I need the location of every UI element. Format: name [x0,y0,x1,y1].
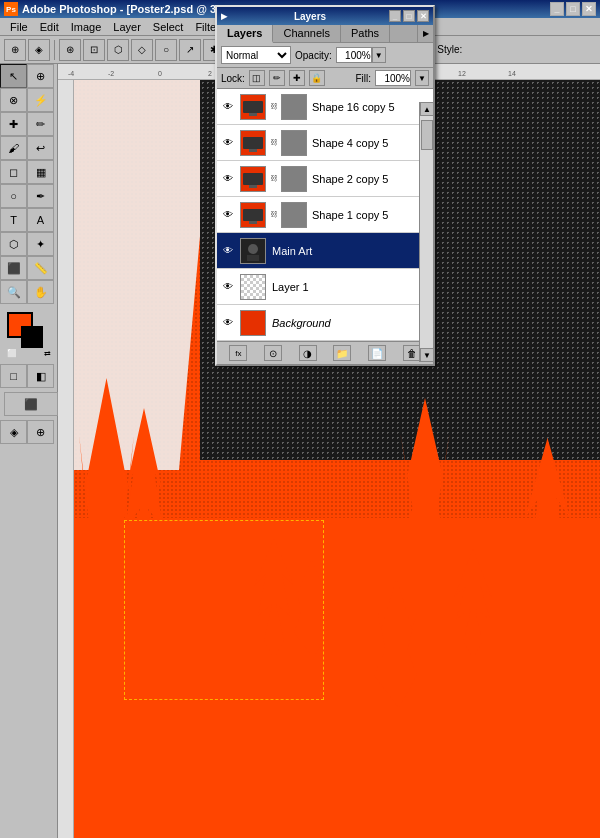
lock-transparent-btn[interactable]: ◫ [249,70,265,86]
jump-imageready-btn[interactable]: ◈ [0,420,27,444]
default-colors-icon[interactable]: ⬜ [7,349,17,358]
layers-panel-titlebar: ▶ Layers _ □ ✕ [217,7,433,25]
layers-panel-maximize[interactable]: □ [403,10,415,22]
layer-chain-shape2copy5: ⛓ [269,174,279,183]
tab-paths[interactable]: Paths [341,25,390,42]
menu-file[interactable]: File [4,20,34,34]
layers-panel-close[interactable]: ✕ [417,10,429,22]
layer-style-btn[interactable]: fx [229,345,247,361]
tool-history[interactable]: ↩ [27,136,54,160]
opacity-input[interactable] [336,47,372,63]
tool-magic[interactable]: ⚡ [27,88,54,112]
opacity-control: ▼ [336,47,386,63]
menu-image[interactable]: Image [65,20,108,34]
tool-clone[interactable]: 🖌 [0,136,27,160]
tool-heal[interactable]: ✚ [0,112,27,136]
tool-measure[interactable]: 📏 [27,256,54,280]
tool-notes[interactable]: ✦ [27,232,54,256]
tool-row-7: T A [0,208,57,232]
tool-row-6: ○ ✒ [0,184,57,208]
standard-mode-btn[interactable]: □ [0,364,27,388]
toolbar-btn-6[interactable]: ◇ [131,39,153,61]
toolbar-btn-5[interactable]: ⬡ [107,39,129,61]
layer-mask-shape2copy5 [281,166,307,192]
tool-shape[interactable]: ⬡ [0,232,27,256]
layers-panel-minimize[interactable]: _ [389,10,401,22]
svg-rect-19 [243,173,263,185]
menu-layer[interactable]: Layer [107,20,147,34]
tool-path[interactable]: A [27,208,54,232]
scroll-down-btn[interactable]: ▼ [420,348,434,362]
layer-eye-shape1copy5[interactable]: 👁 [219,206,237,224]
toolbar-btn-4[interactable]: ⊡ [83,39,105,61]
tab-channels[interactable]: Channels [273,25,340,42]
canvas-gradient [74,518,600,618]
layer-delete-btn[interactable]: 🗑 [403,345,421,361]
tool-brush[interactable]: ✏ [27,112,54,136]
layer-eye-shape4copy5[interactable]: 👁 [219,134,237,152]
layer-eye-shape16copy5[interactable]: 👁 [219,98,237,116]
close-button[interactable]: ✕ [582,2,596,16]
panel-options-btn[interactable]: ▶ [417,25,433,42]
maximize-button[interactable]: □ [566,2,580,16]
tool-pen[interactable]: ✒ [27,184,54,208]
minimize-button[interactable]: _ [550,2,564,16]
tool-text[interactable]: T [0,208,27,232]
layer-new-btn[interactable]: 📄 [368,345,386,361]
toolbar-btn-3[interactable]: ⊛ [59,39,81,61]
layer-row-mainart[interactable]: 👁 Main Art [217,233,433,269]
tool-row-3: ✚ ✏ [0,112,57,136]
layer-row-layer1[interactable]: 👁 Layer 1 [217,269,433,305]
screen-mode-btn[interactable]: ⬛ [4,392,58,416]
toolbar-btn-1[interactable]: ⊕ [4,39,26,61]
layer-adjustment-btn[interactable]: ◑ [299,345,317,361]
tool-gradient[interactable]: ▦ [27,160,54,184]
tool-dodge[interactable]: ○ [0,184,27,208]
fill-arrow[interactable]: ▼ [415,70,429,86]
opacity-arrow[interactable]: ▼ [372,47,386,63]
layer-eye-layer1[interactable]: 👁 [219,278,237,296]
tab-layers[interactable]: Layers [217,25,273,43]
tab-empty [390,25,417,42]
tool-eyedropper[interactable]: ⬛ [0,256,27,280]
background-color-swatch[interactable] [21,326,43,348]
tool-crop[interactable]: ⊕ [27,64,54,88]
screen-mode-area: ⬛ [0,388,57,420]
scroll-thumb[interactable] [421,120,433,150]
layer-eye-background[interactable]: 👁 [219,314,237,332]
scroll-track[interactable] [420,116,433,348]
toolbar-btn-2[interactable]: ◈ [28,39,50,61]
tool-lasso[interactable]: ⊗ [0,88,27,112]
layer-row-shape1copy5[interactable]: 👁 ⛓ Shape 1 copy 5 [217,197,433,233]
layer-row-shape2copy5[interactable]: 👁 ⛓ Shape 2 copy 5 [217,161,433,197]
layer-eye-mainart[interactable]: 👁 [219,242,237,260]
lock-all-btn[interactable]: 🔒 [309,70,325,86]
layer-row-shape16copy5[interactable]: 👁 ⛓ Shape 16 copy 5 [217,89,433,125]
swap-colors-icon[interactable]: ⇄ [44,349,51,358]
lock-position-btn[interactable]: ✚ [289,70,305,86]
menu-select[interactable]: Select [147,20,190,34]
layers-panel-title: Layers [294,11,326,22]
tool-eraser[interactable]: ◻ [0,160,27,184]
blend-mode-select[interactable]: Normal Multiply Screen [221,46,291,64]
layer-row-shape4copy5[interactable]: 👁 ⛓ Shape 4 copy 5 [217,125,433,161]
layer-eye-shape2copy5[interactable]: 👁 [219,170,237,188]
layer-thumb-background [240,310,266,336]
layer-row-background[interactable]: 👁 Background 🔒 [217,305,433,341]
layers-panel: ▶ Layers _ □ ✕ Layers Channels Paths ▶ N… [215,5,435,366]
jump-btn-2[interactable]: ⊕ [27,420,54,444]
fill-input[interactable] [375,70,411,86]
menu-edit[interactable]: Edit [34,20,65,34]
toolbar-btn-7[interactable]: ○ [155,39,177,61]
quick-mask-btn[interactable]: ◧ [27,364,54,388]
layer-group-btn[interactable]: 📁 [333,345,351,361]
tool-selection[interactable]: ↖ [0,64,27,88]
scroll-up-btn[interactable]: ▲ [420,102,434,116]
lock-pixels-btn[interactable]: ✏ [269,70,285,86]
layer-lock-row: Lock: ◫ ✏ ✚ 🔒 Fill: ▼ [217,68,433,89]
tool-zoom[interactable]: 🔍 [0,280,27,304]
layer-mask-btn[interactable]: ⊙ [264,345,282,361]
toolbar-btn-8[interactable]: ↗ [179,39,201,61]
layers-panel-arrow[interactable]: ▶ [221,12,227,21]
tool-hand[interactable]: ✋ [27,280,54,304]
